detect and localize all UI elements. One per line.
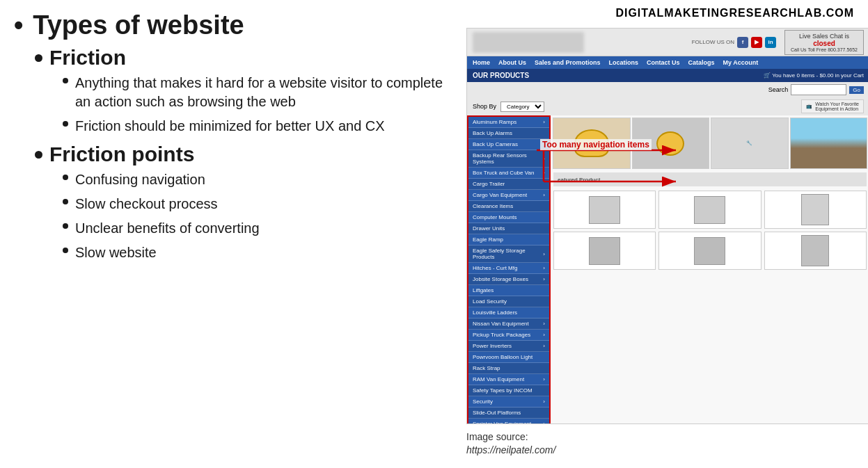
website-screenshot: FOLLOW US ON f ▶ in Live Sales Chat is c… xyxy=(466,28,868,424)
left-content: • Types of website Friction Anything tha… xyxy=(14,7,459,461)
ss-grid-item-1 xyxy=(553,191,656,229)
ss-sidebar-item-12: Eagle Safety Storage Products› xyxy=(468,245,549,263)
ss-main-area: Aluminum Ramps› Back Up Alarms Back Up C… xyxy=(467,115,868,424)
ss-sidebar: Aluminum Ramps› Back Up Alarms Back Up C… xyxy=(467,115,551,424)
friction-item-1-text: Anything that makes it hard for a websit… xyxy=(75,74,459,111)
ss-sidebar-item-7: Cargo Van Equipment› xyxy=(468,190,549,201)
ss-grid-item-2 xyxy=(658,191,761,229)
ss-sidebar-item-2: Back Up Alarms xyxy=(468,128,549,139)
ss-sidebar-item-9: Computer Mounts xyxy=(468,212,549,223)
fp1-text: Confusing navigation xyxy=(75,170,205,189)
page-container: • Types of website Friction Anything tha… xyxy=(0,0,868,468)
friction-points-title-text: Friction points xyxy=(49,143,194,166)
ss-product-building xyxy=(790,118,868,169)
friction-title-row: Friction xyxy=(35,46,459,70)
ss-live-chat-label: Live Sales Chat is xyxy=(791,33,858,40)
ss-category-select[interactable]: Category xyxy=(500,102,544,112)
image-source-label: Image source: xyxy=(466,431,528,442)
ss-nav-about: About Us xyxy=(498,59,526,66)
friction-subitems: Anything that makes it hard for a websit… xyxy=(63,74,459,136)
friction-points-title-row: Friction points xyxy=(35,143,459,166)
ss-sidebar-item-18: Nissan Van Equipment› xyxy=(468,318,549,330)
section-friction-points: Friction points Confusing navigation Slo… xyxy=(35,143,459,262)
ss-live-chat-status: closed xyxy=(791,40,858,47)
fp3-bullet xyxy=(63,223,68,229)
ss-sidebar-item-15: Liftgates xyxy=(468,285,549,296)
ss-cabinet-2 xyxy=(694,196,725,224)
ss-nav-contact: Contact Us xyxy=(647,59,680,66)
ss-grid-item-5 xyxy=(658,232,761,270)
ss-nav-catalogs: Catalogs xyxy=(688,59,715,66)
ss-cart-text: 🛒 You have 0 items - $0.00 in your Cart xyxy=(764,72,864,79)
friction-point-1: Confusing navigation xyxy=(63,170,459,189)
ss-product-tools: 🔧 xyxy=(711,118,789,169)
ss-sidebar-item-19: Pickup Truck Packages› xyxy=(468,330,549,341)
ss-featured-label: eatured Product xyxy=(553,172,867,186)
friction-points-subitems: Confusing navigation Slow checkout proce… xyxy=(63,170,459,262)
ss-product-light-2 xyxy=(632,118,710,169)
ss-toll-free: Call Us Toll Free 800.377.5652 xyxy=(791,47,858,52)
ss-products-grid xyxy=(551,188,868,273)
friction-item-1: Anything that makes it hard for a websit… xyxy=(63,74,459,111)
friction-title-text: Friction xyxy=(49,46,126,70)
ss-featured-text: eatured Product xyxy=(558,177,600,183)
ss-content-area: 🔧 eatured Product xyxy=(551,115,868,424)
friction-item-2: Friction should be minimized for better … xyxy=(63,117,459,136)
fp3-text: Unclear benefits of converting xyxy=(75,219,260,238)
ss-sidebar-item-26: Slide-Out Platforms xyxy=(468,408,549,419)
fp1-bullet xyxy=(63,175,68,180)
ss-search-row: Search Go xyxy=(467,82,868,97)
section-friction: Friction Anything that makes it hard for… xyxy=(35,46,459,136)
ss-sidebar-item-1: Aluminum Ramps› xyxy=(468,117,549,128)
ss-sidebar-item-23: RAM Van Equipment› xyxy=(468,374,549,385)
ss-sidebar-item-27: Sprinter Van Equipment› xyxy=(468,419,549,424)
ss-sidebar-item-20: Power Inverters› xyxy=(468,341,549,352)
friction-points-bullet xyxy=(35,151,42,159)
friction-item-1-bullet xyxy=(63,78,68,83)
image-source-area: Image source: https://neilpatel.com/ xyxy=(466,430,555,458)
ss-building-img xyxy=(791,118,867,168)
ss-sidebar-item-14: Jobsite Storage Boxes› xyxy=(468,274,549,285)
ss-nav-bar: Home About Us Sales and Promotions Locat… xyxy=(467,56,868,69)
ss-search-input[interactable] xyxy=(791,84,846,95)
ss-search-label: Search xyxy=(768,86,789,93)
fp2-bullet xyxy=(63,199,68,204)
ss-top-bar: FOLLOW US ON f ▶ in Live Sales Chat is c… xyxy=(467,29,868,56)
fp4-bullet xyxy=(63,248,68,253)
friction-point-2: Slow checkout process xyxy=(63,195,459,213)
ss-logo xyxy=(473,32,584,53)
ss-sidebar-item-25: Security› xyxy=(468,396,549,408)
friction-point-4: Slow website xyxy=(63,243,459,262)
ss-search-go-button[interactable]: Go xyxy=(849,86,864,94)
ss-sidebar-item-10: Drawer Units xyxy=(468,223,549,234)
fp2-text: Slow checkout process xyxy=(75,195,218,213)
ss-products-title: OUR PRODUCTS xyxy=(473,72,529,79)
ss-nav-home: Home xyxy=(473,59,490,66)
ss-sidebar-item-5: Box Truck and Cube Van› xyxy=(468,168,549,179)
ss-shop-row: Shop By Category 📺 Watch Your FavoriteEq… xyxy=(467,97,868,115)
fp4-text: Slow website xyxy=(75,243,157,262)
ss-sidebar-item-3: Back Up Cameras› xyxy=(468,139,549,150)
ss-watch-text: Watch Your FavoriteEquipment in Action xyxy=(815,102,859,111)
ss-sidebar-item-17: Louisville Ladders xyxy=(468,307,549,318)
ss-sidebar-item-8: Clearance Items xyxy=(468,201,549,212)
ss-sidebar-item-22: Rack Strap xyxy=(468,363,549,374)
ss-sidebar-item-24: Safety Tapes by INCOM xyxy=(468,385,549,396)
ss-nav-sales: Sales and Promotions xyxy=(535,59,601,66)
ss-sidebar-item-4: Backup Rear Sensors Systems› xyxy=(468,150,549,168)
right-content: DIGITALMAKETINGRESEARCHLAB.COM FOLLOW US… xyxy=(459,7,854,461)
friction-point-3: Unclear benefits of converting xyxy=(63,219,459,238)
ss-products-bar: OUR PRODUCTS 🛒 You have 0 items - $0.00 … xyxy=(467,69,868,82)
ss-sidebar-item-16: Load Security xyxy=(468,296,549,307)
ss-sidebar-item-21: Powrvoom Balloon Light xyxy=(468,352,549,363)
ss-grid-item-6 xyxy=(764,232,867,270)
ss-ad-1 xyxy=(801,194,829,225)
youtube-icon: ▶ xyxy=(751,37,762,48)
ss-ad-2 xyxy=(801,235,829,266)
ss-shop-by-label: Shop By xyxy=(473,103,496,110)
ss-product-light-1 xyxy=(553,118,631,169)
friction-item-2-text: Friction should be minimized for better … xyxy=(75,117,385,136)
ss-social-area: FOLLOW US ON f ▶ in xyxy=(692,37,776,48)
friction-item-2-bullet xyxy=(63,121,68,127)
ss-top-products: 🔧 xyxy=(551,115,868,171)
